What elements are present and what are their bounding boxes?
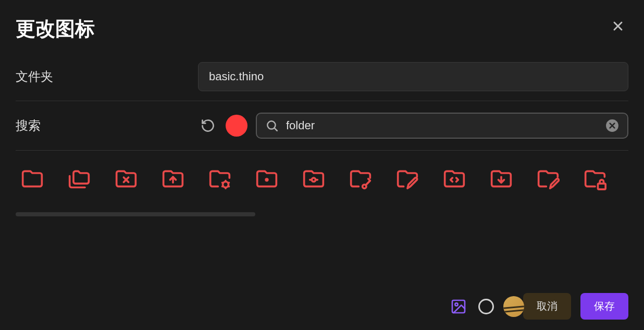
scroll-indicator[interactable] bbox=[16, 212, 255, 216]
svg-point-9 bbox=[266, 179, 268, 181]
folder-git-icon[interactable] bbox=[301, 166, 326, 191]
search-icon bbox=[265, 119, 279, 132]
dialog-title: 更改图标 bbox=[16, 16, 95, 42]
svg-rect-15 bbox=[598, 184, 606, 189]
search-input-wrapper bbox=[256, 113, 628, 139]
circle-button[interactable] bbox=[478, 299, 494, 314]
close-button[interactable] bbox=[608, 16, 628, 38]
search-row: 搜索 bbox=[16, 101, 628, 151]
search-input[interactable] bbox=[286, 119, 598, 132]
folder-input[interactable] bbox=[198, 62, 628, 91]
reset-button[interactable] bbox=[199, 116, 217, 135]
close-icon bbox=[611, 19, 625, 33]
dialog-footer: 取消 保存 bbox=[16, 283, 628, 320]
folders-icon[interactable] bbox=[67, 166, 92, 191]
save-button[interactable]: 保存 bbox=[580, 293, 628, 320]
color-picker[interactable] bbox=[226, 115, 247, 137]
folder-cog-icon[interactable] bbox=[207, 166, 232, 191]
image-picker-button[interactable] bbox=[448, 296, 469, 317]
svg-line-3 bbox=[275, 128, 277, 131]
folder-dot-icon[interactable] bbox=[254, 166, 279, 191]
folder-row: 文件夹 bbox=[16, 53, 628, 101]
icon-grid-container bbox=[16, 151, 628, 283]
clear-icon bbox=[605, 119, 619, 132]
folder-edit-icon[interactable] bbox=[536, 166, 561, 191]
search-label: 搜索 bbox=[16, 117, 190, 134]
folder-lock-icon[interactable] bbox=[583, 166, 608, 191]
image-icon bbox=[450, 298, 467, 315]
folder-key-icon[interactable] bbox=[348, 166, 373, 191]
icon-grid bbox=[16, 166, 628, 191]
dialog-header: 更改图标 bbox=[16, 16, 628, 42]
folder-up-icon[interactable] bbox=[160, 166, 185, 191]
folder-icon[interactable] bbox=[20, 166, 45, 191]
cancel-button[interactable]: 取消 bbox=[523, 293, 571, 320]
undo-icon bbox=[201, 118, 215, 133]
folder-label: 文件夹 bbox=[16, 68, 198, 85]
folder-pen-icon[interactable] bbox=[395, 166, 420, 191]
clear-search-button[interactable] bbox=[605, 119, 619, 132]
folder-code-icon[interactable] bbox=[442, 166, 467, 191]
folder-x-icon[interactable] bbox=[114, 166, 139, 191]
svg-point-17 bbox=[455, 303, 457, 305]
avatar-button[interactable] bbox=[503, 296, 524, 317]
folder-down-icon[interactable] bbox=[489, 166, 514, 191]
change-icon-dialog: 更改图标 文件夹 搜索 bbox=[0, 0, 644, 330]
